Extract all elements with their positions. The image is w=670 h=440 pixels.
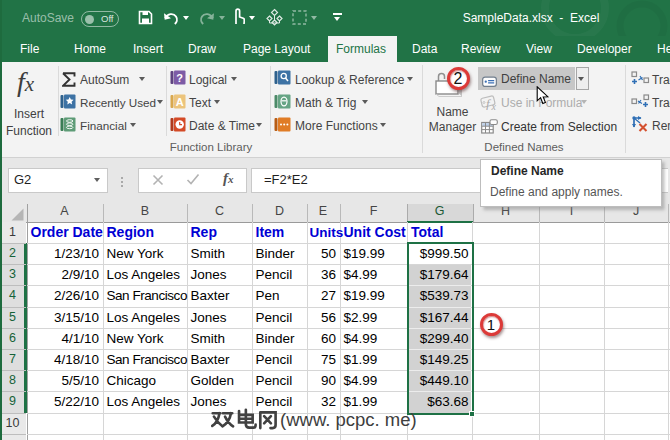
svg-text:x: x	[491, 101, 497, 111]
svg-text:A: A	[176, 95, 184, 107]
svg-text:?: ?	[176, 72, 183, 84]
